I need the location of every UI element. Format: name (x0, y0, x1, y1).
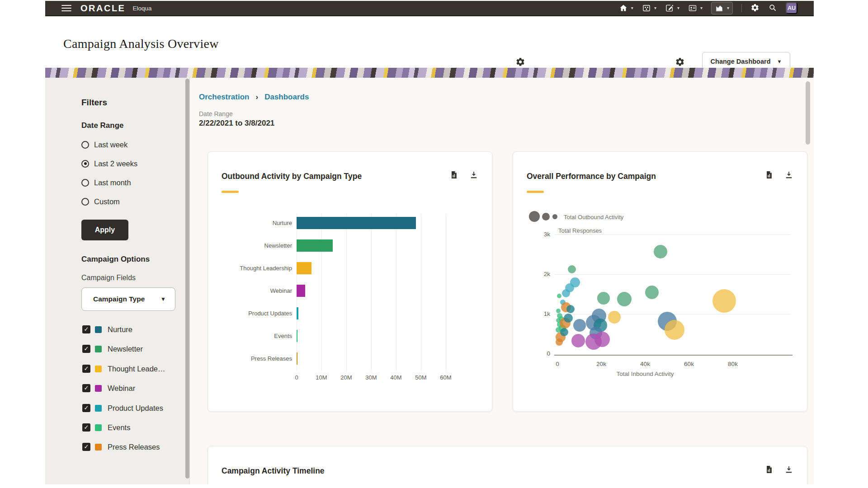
bubble-orange[interactable] (556, 338, 563, 346)
radio-icon[interactable] (81, 179, 89, 187)
date-range-heading: Date Range (81, 121, 124, 130)
bar-press-releases[interactable] (297, 352, 297, 365)
radio-icon[interactable] (81, 141, 89, 149)
decorative-banner (45, 68, 814, 78)
analytics-menu-button-active[interactable]: ▾ (711, 2, 733, 14)
bubble-yellow[interactable] (712, 289, 736, 313)
report-icon[interactable] (764, 465, 774, 474)
gridline (554, 274, 791, 275)
x-axis-line (554, 355, 793, 356)
filters-heading: Filters (81, 98, 107, 108)
x-tick-label: 50M (410, 374, 432, 381)
bubble-teal[interactable] (566, 305, 575, 313)
settings-button[interactable] (750, 3, 760, 14)
x-tick-label: 40k (633, 361, 657, 367)
download-icon[interactable] (784, 465, 793, 474)
gridline (321, 214, 322, 371)
bubble-teal[interactable] (560, 328, 568, 336)
x-tick-label: 80k (721, 361, 745, 367)
bubble-teal[interactable] (564, 314, 573, 323)
bubble-yellow[interactable] (665, 320, 684, 340)
bar-nurture[interactable] (297, 217, 416, 229)
checkbox-row-press-releases[interactable]: ✓Press Releases (82, 442, 160, 452)
hamburger-menu-button[interactable] (61, 5, 71, 12)
audience-menu-button[interactable]: ▾ (688, 2, 703, 14)
bubble-yellow[interactable] (608, 311, 621, 324)
assets-menu-button[interactable]: ▾ (665, 2, 679, 14)
x-tick-label: 30M (360, 374, 382, 381)
bar-events[interactable] (297, 330, 297, 342)
bubble-green[interactable] (617, 292, 632, 306)
checkbox-row-product-updates[interactable]: ✓Product Updates (82, 403, 163, 413)
checkbox-row-webinar[interactable]: ✓Webinar (82, 383, 135, 393)
series-color-swatch (95, 424, 102, 431)
checkbox-row-newsletter[interactable]: ✓Newsletter (82, 344, 143, 354)
checkbox-label: Webinar (108, 384, 135, 393)
card-overall-performance: Overall Performance by Campaign Total Ou… (513, 151, 807, 412)
home-menu-button[interactable]: ▾ (619, 2, 633, 14)
gridline (446, 214, 446, 371)
apply-button[interactable]: Apply (81, 220, 128, 240)
date-range-label: Date Range (199, 110, 233, 117)
checkbox-row-events[interactable]: ✓Events (82, 422, 130, 432)
user-avatar[interactable]: AU (786, 2, 797, 14)
campaigns-menu-button[interactable]: ▾ (642, 2, 656, 14)
checkbox-checked-icon[interactable]: ✓ (82, 404, 90, 412)
bubble-cyan[interactable] (562, 289, 570, 297)
breadcrumb-dashboards[interactable]: Dashboards (264, 93, 309, 102)
radio-option-last-2-weeks[interactable]: Last 2 weeks (81, 158, 137, 169)
bar-chart: 010M20M30M40M50M60MNurtureNewsletterThou… (208, 152, 492, 411)
breadcrumb-orchestration[interactable]: Orchestration (199, 93, 249, 102)
bubble-green[interactable] (645, 286, 659, 299)
checkbox-checked-icon[interactable]: ✓ (82, 365, 90, 373)
checkbox-label: Thought Leade… (108, 365, 165, 373)
category-label: Thought Leadership (208, 262, 292, 274)
radio-icon[interactable] (81, 198, 89, 206)
bar-webinar[interactable] (297, 285, 305, 297)
bubble-purple[interactable] (594, 332, 610, 347)
main-scrollbar-thumb[interactable] (806, 81, 810, 145)
date-range-value: 2/22/2021 to 3/8/2021 (199, 119, 274, 128)
sidebar-scrollbar-thumb[interactable] (185, 79, 189, 479)
checkbox-checked-icon[interactable]: ✓ (82, 325, 90, 333)
bar-newsletter[interactable] (297, 239, 333, 252)
radio-selected-icon[interactable] (81, 160, 89, 168)
home-icon (619, 4, 628, 13)
bubble-green[interactable] (568, 265, 576, 273)
gridline (346, 214, 347, 371)
x-axis-title: Total Inbound Activity (595, 371, 695, 377)
radio-option-last-week[interactable]: Last week (81, 139, 127, 150)
checkbox-checked-icon[interactable]: ✓ (82, 443, 90, 451)
bar-product-updates[interactable] (297, 307, 298, 319)
x-tick-label: 20M (335, 374, 358, 381)
checkbox-row-nurture[interactable]: ✓Nurture (82, 324, 132, 334)
checkbox-checked-icon[interactable]: ✓ (82, 423, 90, 432)
bubble-emerald[interactable] (557, 294, 561, 298)
bubble-emerald[interactable] (556, 309, 561, 313)
bar-thought-leadership[interactable] (297, 262, 311, 274)
topbar: ORACLE Eloqua ▾ ▾ ▾ ▾ (45, 1, 814, 16)
checkbox-checked-icon[interactable]: ✓ (82, 384, 90, 392)
size-legend-circle-small (552, 214, 557, 219)
radio-option-last-month[interactable]: Last month (81, 177, 131, 188)
filters-sidebar: Filters Date Range Last weekLast 2 weeks… (45, 78, 190, 484)
checkbox-checked-icon[interactable]: ✓ (82, 345, 90, 353)
y-tick-label: 0 (522, 350, 550, 357)
y-tick-label: 1k (522, 310, 550, 317)
dashboard-settings-gear-icon[interactable] (515, 57, 526, 68)
radio-option-custom[interactable]: Custom (81, 196, 120, 207)
analytics-chart-icon (715, 4, 724, 13)
radio-label: Last week (94, 141, 127, 149)
header-settings-gear-icon[interactable] (675, 57, 685, 68)
checkbox-row-thought-leade-[interactable]: ✓Thought Leade… (82, 364, 165, 374)
bubble-green[interactable] (597, 292, 610, 305)
body-row: Filters Date Range Last weekLast 2 weeks… (45, 78, 814, 484)
search-button[interactable] (768, 3, 777, 14)
campaign-fields-dropdown[interactable]: Campaign Type ▼ (81, 287, 175, 311)
bubble-purple[interactable] (571, 334, 585, 347)
bubble-steelblue[interactable] (573, 319, 586, 332)
bubble-green[interactable] (654, 245, 667, 258)
chevron-down-icon: ▼ (160, 296, 166, 302)
x-tick-label: 60M (434, 374, 457, 381)
campaign-canvas-icon (642, 4, 651, 13)
